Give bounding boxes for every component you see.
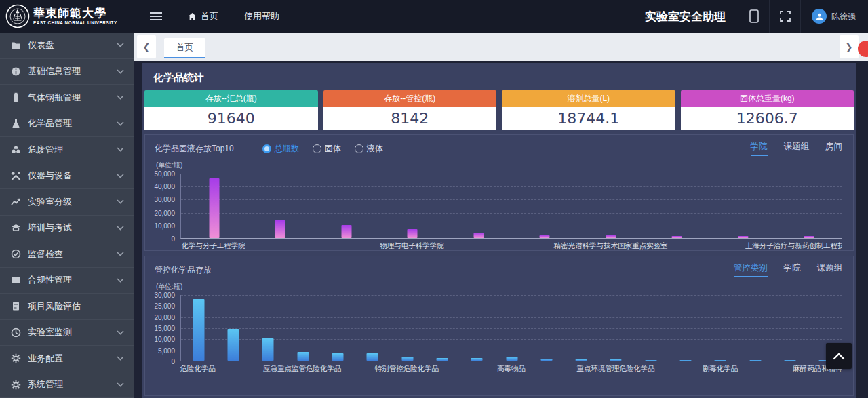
user-menu[interactable]: 陈徐强 <box>800 0 868 33</box>
sidebar-item-instruments[interactable]: 仪器与设备 <box>0 163 134 190</box>
nav-item-help[interactable]: 使用帮助 <box>244 10 279 22</box>
bar[interactable] <box>506 357 517 361</box>
nav-item-home[interactable]: 首页 <box>188 10 218 22</box>
bar[interactable] <box>341 225 351 238</box>
sidebar-item-label: 培训与考试 <box>28 222 72 234</box>
chart-dimension-links: 学院 课题组 房间 <box>751 141 843 156</box>
sidebar-item-project-risk[interactable]: 项目风险评估 <box>0 294 134 320</box>
link-college[interactable]: 学院 <box>751 141 768 156</box>
bar[interactable] <box>804 236 814 238</box>
link-research-group[interactable]: 课题组 <box>817 262 843 277</box>
bar[interactable] <box>401 357 413 361</box>
sidebar-item-compliance[interactable]: 合规性管理 <box>0 268 134 294</box>
bar[interactable] <box>209 178 219 238</box>
tab-scroll-right-button[interactable]: ❯ <box>840 35 859 58</box>
bar[interactable] <box>262 338 274 361</box>
x-axis-label: 危险化学品 <box>180 364 216 373</box>
chemical-statistics-panel: 化学品统计 存放--汇总(瓶) 91640 存放--管控(瓶) 8142 溶剂总… <box>142 63 856 398</box>
x-axis-label: 特别管控危险化学品 <box>375 364 439 373</box>
sidebar-item-training-exam[interactable]: 培训与考试 <box>0 216 134 242</box>
bar[interactable] <box>715 360 726 361</box>
y-tick-label: 20,000 <box>154 314 175 321</box>
sidebar-item-hazardous-waste[interactable]: 危废管理 <box>0 137 134 163</box>
bar[interactable] <box>332 353 343 361</box>
bar[interactable] <box>275 220 285 238</box>
menu-icon[interactable] <box>150 10 162 22</box>
link-room[interactable]: 房间 <box>825 141 842 156</box>
y-axis: 05,00010,00015,00020,00025,00030,000 <box>145 295 180 361</box>
sidebar-item-label: 实验室分级 <box>28 196 72 208</box>
mobile-phone-icon <box>749 9 759 23</box>
sidebar-item-system-mgmt[interactable]: 系统管理 <box>0 372 134 398</box>
sidebar-item-business-config[interactable]: 业务配置 <box>0 346 134 372</box>
radio-solid[interactable]: 固体 <box>313 143 341 155</box>
y-tick-label: 25,000 <box>154 302 175 310</box>
fullscreen-button[interactable] <box>769 0 800 33</box>
gridline <box>181 317 842 318</box>
sidebar-item-chemicals[interactable]: 化学品管理 <box>0 111 134 138</box>
card-value: 18744.1 <box>502 107 675 130</box>
sidebar-item-lab-grading[interactable]: 实验室分级 <box>0 189 134 216</box>
tab-scroll-left-button[interactable]: ❮ <box>137 35 156 58</box>
bar[interactable] <box>645 360 656 361</box>
bar[interactable] <box>471 358 483 361</box>
bar[interactable] <box>473 233 484 238</box>
red-floating-button[interactable] <box>858 41 868 57</box>
sidebar-item-supervision[interactable]: 监督检查 <box>0 241 134 268</box>
bar[interactable] <box>738 236 748 238</box>
back-to-top-button[interactable] <box>826 343 852 369</box>
bar[interactable] <box>785 360 796 361</box>
bar[interactable] <box>540 235 550 238</box>
radio-icon <box>355 144 363 153</box>
y-tick-label: 30,000 <box>154 292 175 299</box>
sidebar-item-dashboard[interactable]: 仪表盘 <box>0 33 134 59</box>
mobile-view-button[interactable] <box>738 0 769 33</box>
bar[interactable] <box>672 236 682 238</box>
chart-title: 管控化学品存放 <box>155 264 212 276</box>
gridline <box>181 213 842 214</box>
bar[interactable] <box>606 235 616 238</box>
card-value: 12606.7 <box>681 107 854 130</box>
sidebar-item-lab-monitoring[interactable]: 实验室监测 <box>0 320 134 346</box>
check-circle-icon <box>11 249 21 259</box>
bar[interactable] <box>367 353 378 361</box>
radio-liquid[interactable]: 液体 <box>355 143 383 155</box>
sidebar-item-label: 合规性管理 <box>28 274 72 286</box>
info-circle-icon <box>11 66 21 77</box>
radio-total-bottles[interactable]: 总瓶数 <box>262 143 299 155</box>
gridline <box>181 186 842 187</box>
document-icon <box>11 301 21 311</box>
bar[interactable] <box>576 359 587 361</box>
tab-home[interactable]: 首页 <box>164 38 205 58</box>
sidebar-item-label: 仪器与设备 <box>28 170 72 182</box>
y-axis: 010,00020,00030,00040,00050,000 <box>145 174 180 239</box>
bar[interactable] <box>408 229 418 238</box>
sidebar-item-label: 基础信息管理 <box>28 65 81 77</box>
sidebar-item-label: 项目风险评估 <box>28 300 81 313</box>
bar[interactable] <box>436 358 448 361</box>
clock-icon <box>11 327 21 338</box>
sidebar-item-basic-info[interactable]: 基础信息管理 <box>0 59 134 85</box>
gear-icon <box>11 353 21 363</box>
bar[interactable] <box>193 299 204 361</box>
university-name-en: EAST CHINA NORMAL UNIVERSITY <box>33 21 117 25</box>
bar[interactable] <box>680 360 692 361</box>
sidebar-item-gas-cylinder[interactable]: 气体钢瓶管理 <box>0 85 134 111</box>
link-college[interactable]: 学院 <box>784 262 801 277</box>
bottle-type-radio-group: 总瓶数 固体 液体 <box>262 143 383 155</box>
flask-icon <box>11 119 21 129</box>
link-control-category[interactable]: 管控类别 <box>734 262 768 277</box>
y-tick-label: 15,000 <box>154 325 175 332</box>
radio-icon <box>313 144 321 153</box>
bar[interactable] <box>297 352 309 361</box>
bar[interactable] <box>540 359 552 361</box>
y-tick-label: 0 <box>171 235 175 243</box>
card-value: 8142 <box>323 107 497 130</box>
user-name: 陈徐强 <box>831 11 856 22</box>
bar[interactable] <box>610 359 622 361</box>
sidebar-item-label: 监督检查 <box>28 248 63 260</box>
bar[interactable] <box>227 329 239 361</box>
bar[interactable] <box>749 360 761 361</box>
gear-icon <box>11 380 21 390</box>
link-research-group[interactable]: 课题组 <box>784 141 810 156</box>
